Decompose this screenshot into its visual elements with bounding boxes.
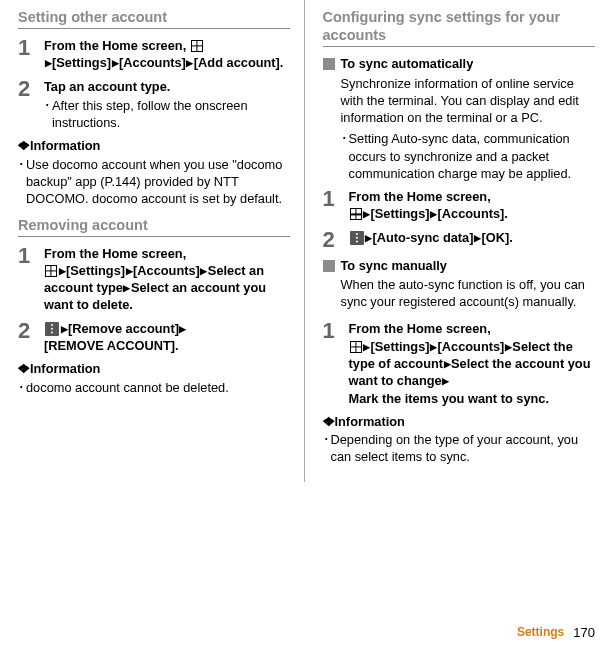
text: Mark the items you want to sync. — [349, 391, 550, 406]
text: [Settings] — [66, 263, 125, 278]
overflow-menu-icon — [350, 231, 364, 245]
bullet-dot: ･ — [18, 156, 26, 208]
text: [Accounts]. — [438, 206, 508, 221]
triangle-icon: ▶ — [363, 209, 370, 219]
information-heading: ❖Information — [18, 137, 290, 154]
bullet-dot: ･ — [323, 431, 331, 466]
triangle-icon: ▶ — [112, 58, 119, 68]
description: When the auto-sync function is off, you … — [341, 276, 596, 311]
step-2b: 2 ▶[Remove account]▶[REMOVE ACCOUNT]. — [18, 320, 290, 355]
square-bullet-icon — [323, 260, 335, 272]
square-bullet-icon — [323, 58, 335, 70]
triangle-icon: ▶ — [474, 233, 481, 243]
triangle-icon: ▶ — [365, 233, 372, 243]
text: [Accounts] — [438, 339, 505, 354]
bullet-text: After this step, follow the onscreen ins… — [52, 97, 290, 132]
step-number: 1 — [323, 320, 349, 406]
bullet-dot: ･ — [341, 130, 349, 182]
bullet-text: Setting Auto-sync data, communication oc… — [349, 130, 596, 182]
text: [Settings] — [371, 206, 430, 221]
step-1b: 1 From the Home screen, ▶[Settings]▶[Acc… — [18, 245, 290, 314]
heading-configuring-sync: Configuring sync settings for your accou… — [323, 8, 596, 47]
footer-section-label: Settings — [517, 625, 564, 639]
text: [Add account]. — [194, 55, 284, 70]
bullet-text: Depending on the type of your account, y… — [331, 431, 596, 466]
step-body: Tap an account type. ･ After this step, … — [44, 78, 290, 132]
bullet-text: docomo account cannot be deleted. — [26, 379, 290, 396]
text: [Accounts] — [119, 55, 186, 70]
bullet-item: ･ After this step, follow the onscreen i… — [44, 97, 290, 132]
triangle-icon: ▶ — [186, 58, 193, 68]
step-r3: 1 From the Home screen, ▶[Settings]▶[Acc… — [323, 320, 596, 406]
text: From the Home screen, — [44, 38, 190, 53]
diamond-icon: ❖ — [322, 413, 336, 430]
info-bullet: ･ Depending on the type of your account,… — [323, 431, 596, 466]
text: [Settings] — [371, 339, 430, 354]
step-number: 1 — [323, 188, 349, 223]
subheading-text: To sync manually — [341, 257, 447, 274]
step-instruction: ▶[Remove account]▶[REMOVE ACCOUNT]. — [44, 320, 290, 355]
text: Information — [30, 138, 100, 153]
step-instruction: From the Home screen, ▶[Settings]▶[Accou… — [44, 37, 290, 72]
triangle-icon: ▶ — [61, 324, 68, 334]
triangle-icon: ▶ — [363, 342, 370, 352]
text: [OK]. — [481, 230, 512, 245]
text: [Auto-sync data] — [373, 230, 474, 245]
footer: Settings 170 — [517, 624, 595, 642]
triangle-icon: ▶ — [45, 58, 52, 68]
bullet-dot: ･ — [44, 97, 52, 132]
triangle-icon: ▶ — [179, 324, 186, 334]
step-number: 1 — [18, 37, 44, 72]
triangle-icon: ▶ — [126, 266, 133, 276]
information-heading: ❖Information — [18, 360, 290, 377]
step-instruction: From the Home screen, ▶[Settings]▶[Accou… — [349, 188, 596, 223]
step-instruction: From the Home screen, ▶[Settings]▶[Accou… — [349, 320, 596, 406]
triangle-icon: ▶ — [123, 283, 130, 293]
text: [REMOVE ACCOUNT]. — [44, 338, 179, 353]
step-number: 1 — [18, 245, 44, 314]
info-bullet: ･ Use docomo account when you use "docom… — [18, 156, 290, 208]
step-number: 2 — [18, 78, 44, 132]
triangle-icon: ▶ — [505, 342, 512, 352]
triangle-icon: ▶ — [430, 342, 437, 352]
apps-grid-icon — [350, 208, 362, 220]
step-number: 2 — [18, 320, 44, 355]
triangle-icon: ▶ — [430, 209, 437, 219]
left-column: Setting other account 1 From the Home sc… — [0, 0, 305, 482]
text: Information — [30, 361, 100, 376]
text: [Accounts] — [133, 263, 200, 278]
triangle-icon: ▶ — [442, 376, 449, 386]
triangle-icon: ▶ — [59, 266, 66, 276]
footer-page-number: 170 — [573, 625, 595, 640]
text: From the Home screen, — [349, 321, 491, 336]
step-instruction: Tap an account type. — [44, 78, 290, 95]
subheading-sync-manual: To sync manually — [323, 257, 596, 274]
step-number: 2 — [323, 229, 349, 251]
diamond-icon: ❖ — [17, 137, 31, 154]
step-r1: 1 From the Home screen, ▶[Settings]▶[Acc… — [323, 188, 596, 223]
triangle-icon: ▶ — [444, 359, 451, 369]
subheading-sync-auto: To sync automatically — [323, 55, 596, 72]
text: [Remove account] — [68, 321, 179, 336]
information-heading: ❖Information — [323, 413, 596, 430]
right-column: Configuring sync settings for your accou… — [305, 0, 610, 482]
bullet-dot: ･ — [18, 379, 26, 396]
heading-setting-other-account: Setting other account — [18, 8, 290, 29]
heading-removing-account: Removing account — [18, 216, 290, 237]
triangle-icon: ▶ — [200, 266, 207, 276]
diamond-icon: ❖ — [17, 360, 31, 377]
text: Information — [335, 414, 405, 429]
apps-grid-icon — [350, 341, 362, 353]
text: From the Home screen, — [44, 246, 186, 261]
step-instruction: From the Home screen, ▶[Settings]▶[Accou… — [44, 245, 290, 314]
text: From the Home screen, — [349, 189, 491, 204]
description: Synchronize information of online servic… — [341, 75, 596, 127]
step-r2: 2 ▶[Auto-sync data]▶[OK]. — [323, 229, 596, 251]
step-1: 1 From the Home screen, ▶[Settings]▶[Acc… — [18, 37, 290, 72]
step-instruction: ▶[Auto-sync data]▶[OK]. — [349, 229, 596, 251]
bullet-item: ･ Setting Auto-sync data, communication … — [341, 130, 596, 182]
info-bullet: ･ docomo account cannot be deleted. — [18, 379, 290, 396]
bullet-text: Use docomo account when you use "docomo … — [26, 156, 290, 208]
apps-grid-icon — [191, 40, 203, 52]
subheading-text: To sync automatically — [341, 55, 474, 72]
